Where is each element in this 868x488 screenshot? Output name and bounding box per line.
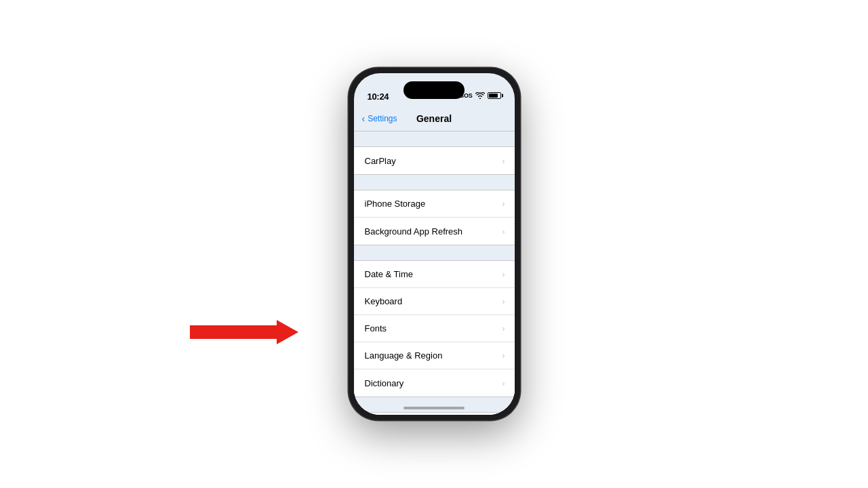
chevron-right-icon: › — [502, 378, 505, 388]
row-label-language-region: Language & Region — [365, 350, 443, 361]
chevron-right-icon: › — [502, 296, 505, 306]
arrow-head — [277, 320, 298, 344]
chevron-right-icon: › — [502, 350, 505, 361]
nav-bar: ‹ Settings General — [354, 106, 515, 131]
list-item-fonts[interactable]: Fonts › — [354, 315, 515, 342]
battery-icon — [488, 92, 501, 99]
section-gap-2 — [354, 245, 515, 260]
scene: 10:24 SOS — [0, 0, 868, 488]
chevron-right-icon: › — [502, 323, 505, 333]
iphone-device: 10:24 SOS — [349, 68, 520, 420]
chevron-left-icon: ‹ — [362, 113, 366, 124]
wifi-icon — [475, 89, 485, 102]
battery-fill — [489, 94, 498, 98]
arrow-graphic — [190, 320, 298, 344]
chevron-right-icon: › — [502, 226, 505, 237]
list-item-dictionary[interactable]: Dictionary › — [354, 369, 515, 396]
status-icons: SOS — [460, 89, 500, 102]
home-indicator — [403, 407, 465, 409]
list-item-vpn[interactable]: VPN & Device Management › — [354, 413, 515, 415]
section-gap-top — [354, 131, 515, 146]
list-item-iphone-storage[interactable]: iPhone Storage › — [354, 190, 515, 218]
row-label-date-time: Date & Time — [365, 269, 414, 279]
section-gap-1 — [354, 175, 515, 190]
row-label-dictionary: Dictionary — [365, 378, 404, 388]
section-carplay: CarPlay › — [354, 146, 515, 175]
list-item-keyboard[interactable]: Keyboard › — [354, 288, 515, 315]
iphone-screen: 10:24 SOS — [354, 73, 515, 415]
chevron-right-icon: › — [502, 199, 505, 209]
section-locale: Date & Time › Keyboard › Fonts › Languag… — [354, 260, 515, 397]
section-vpn: VPN & Device Management › — [354, 412, 515, 415]
annotation-arrow — [190, 320, 298, 344]
list-item-carplay[interactable]: CarPlay › — [354, 147, 515, 174]
dynamic-island — [403, 81, 465, 99]
settings-content: CarPlay › iPhone Storage › Background Ap… — [354, 131, 515, 415]
chevron-right-icon: › — [502, 269, 505, 279]
nav-back-button[interactable]: ‹ Settings — [362, 113, 397, 124]
list-item-language-region[interactable]: Language & Region › — [354, 342, 515, 369]
row-label-background-refresh: Background App Refresh — [365, 226, 463, 237]
chevron-right-icon: › — [502, 156, 505, 166]
nav-title: General — [416, 113, 452, 124]
nav-back-label[interactable]: Settings — [368, 114, 397, 123]
row-label-iphone-storage: iPhone Storage — [365, 199, 426, 209]
status-time: 10:24 — [368, 92, 389, 102]
row-label-keyboard: Keyboard — [365, 296, 403, 306]
arrow-body — [190, 325, 278, 339]
row-label-carplay: CarPlay — [365, 156, 396, 166]
row-label-fonts: Fonts — [365, 323, 387, 333]
list-item-date-time[interactable]: Date & Time › — [354, 261, 515, 288]
list-item-background-refresh[interactable]: Background App Refresh › — [354, 218, 515, 245]
section-storage: iPhone Storage › Background App Refresh … — [354, 190, 515, 245]
section-gap-3 — [354, 397, 515, 412]
